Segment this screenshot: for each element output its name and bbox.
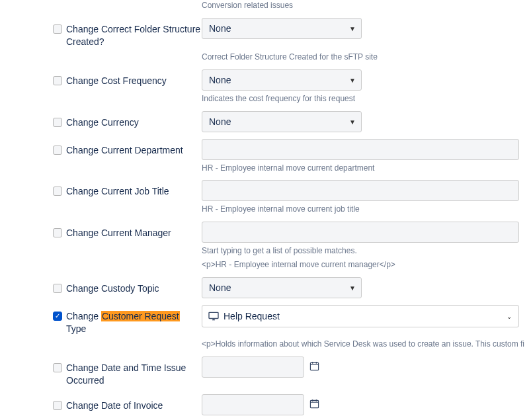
field-input-col	[202, 357, 524, 378]
field-row: Change Date of Invoice	[53, 394, 524, 415]
field-row: Change Cost Frequency None ▼	[53, 69, 524, 91]
select-value: None	[209, 75, 231, 85]
field-row: Change Current Manager	[53, 222, 524, 243]
help-text: <p>HR - Employee internal move current m…	[202, 259, 524, 271]
field-label[interactable]: Change Current Manager	[66, 227, 171, 240]
field-checkbox[interactable]	[53, 146, 62, 155]
help-text: Indicates the cost frequency for this re…	[202, 93, 524, 105]
svg-rect-7	[310, 400, 318, 407]
select-dropdown[interactable]: None ▼	[202, 277, 362, 298]
label-post: Type	[66, 323, 86, 334]
help-text: HR - Employee internal move current job …	[202, 204, 524, 215]
chevron-down-icon: ▼	[349, 24, 356, 32]
text-input[interactable]	[202, 180, 519, 201]
field-label[interactable]: Change Date of Invoice	[66, 399, 163, 413]
field-label-col: Change Currency	[53, 111, 202, 130]
help-text: HR - Employee internal move current depa…	[202, 163, 524, 174]
select-dropdown[interactable]: None ▼	[202, 69, 362, 91]
field-label[interactable]: Change Correct Folder Structure Created?	[66, 23, 202, 49]
monitor-icon	[208, 312, 220, 321]
field-label[interactable]: Change Current Department	[66, 144, 183, 157]
svg-rect-0	[209, 312, 218, 318]
help-text: Conversion related issues	[202, 0, 524, 11]
field-row: ✓ Change Customer Request Type Help Requ…	[53, 305, 524, 336]
calendar-icon[interactable]	[309, 361, 319, 373]
date-input[interactable]	[202, 394, 304, 415]
field-input-col	[202, 394, 524, 415]
select-dropdown[interactable]: None ▼	[202, 18, 362, 39]
field-label[interactable]: Change Custody Topic	[66, 282, 159, 296]
chevron-down-icon: ⌄	[507, 312, 512, 319]
help-text: Start typing to get a list of possible m…	[202, 245, 524, 257]
field-input-col	[202, 139, 524, 160]
chevron-down-icon: ▼	[349, 118, 356, 125]
field-input-col: None ▼	[202, 18, 524, 39]
select-value: None	[209, 282, 231, 293]
field-checkbox[interactable]	[53, 363, 62, 372]
field-input-col	[202, 222, 524, 243]
field-label-col: ✓ Change Customer Request Type	[53, 305, 202, 336]
calendar-icon[interactable]	[309, 399, 319, 411]
field-row: Change Current Department	[53, 139, 524, 160]
select-value: Help Request	[224, 311, 280, 321]
chevron-down-icon: ▼	[349, 284, 356, 291]
field-input-col: None ▼	[202, 111, 524, 132]
field-label-col: Change Current Manager	[53, 222, 202, 240]
request-type-select[interactable]: Help Request ⌄	[202, 305, 519, 327]
select-dropdown[interactable]: None ▼	[202, 111, 362, 132]
help-text: <p>Holds information about which Service…	[202, 339, 524, 350]
field-checkbox[interactable]	[53, 187, 62, 196]
field-input-col: None ▼	[202, 69, 524, 91]
field-label[interactable]: Change Date and Time Issue Occurred	[66, 362, 202, 388]
field-checkbox[interactable]	[53, 284, 62, 293]
help-text: Correct Folder Structure Created for the…	[202, 52, 524, 63]
field-input-col	[202, 180, 524, 201]
field-label[interactable]: Change Customer Request Type	[66, 310, 202, 336]
chevron-down-icon: ▼	[349, 76, 356, 83]
select-value: None	[209, 116, 231, 127]
field-checkbox[interactable]	[53, 401, 62, 410]
text-input[interactable]	[202, 222, 519, 243]
field-label-col: Change Current Job Title	[53, 180, 202, 198]
field-checkbox[interactable]	[53, 228, 62, 237]
field-input-col: None ▼	[202, 277, 524, 298]
field-checkbox[interactable]	[53, 118, 62, 127]
field-checkbox[interactable]: ✓	[53, 312, 62, 321]
field-input-col: Help Request ⌄	[202, 305, 524, 327]
field-label[interactable]: Change Current Job Title	[66, 185, 169, 198]
field-label[interactable]: Change Cost Frequency	[66, 75, 167, 88]
field-row: Change Date and Time Issue Occurred	[53, 357, 524, 388]
label-pre: Change	[66, 311, 101, 321]
select-value: None	[209, 23, 231, 34]
field-row: Change Current Job Title	[53, 180, 524, 201]
field-label-col: Change Date of Invoice	[53, 394, 202, 413]
field-label-col: Change Custody Topic	[53, 277, 202, 296]
field-label-col: Change Correct Folder Structure Created?	[53, 18, 202, 49]
field-checkbox[interactable]	[53, 76, 62, 85]
svg-rect-3	[310, 362, 318, 370]
field-row: Change Currency None ▼	[53, 111, 524, 132]
field-label-col: Change Current Department	[53, 139, 202, 157]
field-checkbox[interactable]	[53, 24, 62, 34]
date-input[interactable]	[202, 357, 304, 378]
field-label-col: Change Date and Time Issue Occurred	[53, 357, 202, 388]
label-highlight: Customer Request	[101, 311, 180, 321]
field-row: Change Correct Folder Structure Created?…	[53, 18, 524, 49]
form-container: Conversion related issues Change Correct…	[0, 0, 531, 420]
field-label[interactable]: Change Currency	[66, 116, 139, 130]
field-label-col: Change Cost Frequency	[53, 69, 202, 88]
field-row: Change Custody Topic None ▼	[53, 277, 524, 298]
text-input[interactable]	[202, 139, 519, 160]
